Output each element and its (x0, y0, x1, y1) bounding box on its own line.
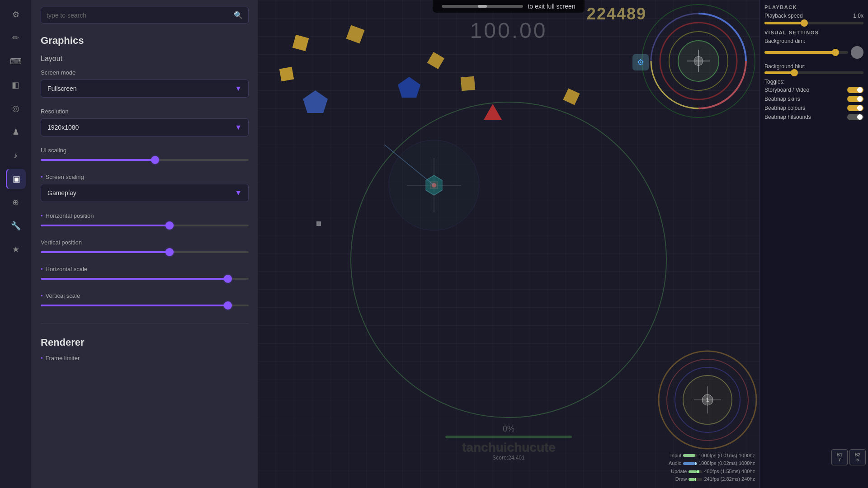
fps-input-fill (683, 454, 695, 457)
screen-scaling-group: Screen scaling Gameplay ▼ (41, 174, 249, 204)
fps-audio-bar2 (695, 462, 697, 465)
sidebar-item-monitor[interactable]: ▣ (6, 169, 26, 189)
horizontal-position-fill (41, 225, 170, 226)
bg-dim-preview (851, 46, 863, 59)
fps-audio-bar (683, 462, 697, 465)
sidebar-item-brush[interactable]: ✏ (6, 28, 26, 48)
fps-row-input: Input 1000fps (0.01ms) 1000hz (669, 452, 755, 460)
sidebar-item-gear[interactable]: ⚙ (6, 5, 26, 24)
screen-mode-dropdown[interactable]: Fullscreen ▼ (41, 80, 249, 98)
settings-panel: 🔍 Graphics Layout Screen mode Fullscreen… (32, 0, 258, 488)
ui-scaling-thumb[interactable] (151, 156, 159, 164)
vertical-scale-slider[interactable] (41, 305, 249, 306)
toggle-beatmap-colours-switch[interactable] (847, 105, 863, 111)
fps-info: Input 1000fps (0.01ms) 1000hz Audio 1000… (669, 452, 755, 483)
frame-limiter-label: Frame limiter (41, 355, 249, 361)
resolution-group: Resolution 868x488 ▼ (41, 108, 249, 139)
toggle-beatmap-hitsounds: Beatmap hitsounds (764, 114, 863, 120)
frame-limiter-group: Frame limiter (41, 355, 249, 365)
b2-button[interactable]: B2 5 (849, 449, 866, 465)
fps-audio-label: Audio (669, 460, 681, 468)
screen-mode-group: Screen mode Fullscreen ▼ (41, 69, 249, 100)
sidebar-item-volume[interactable]: ♪ (6, 145, 26, 165)
toggles-label: Toggles: (764, 79, 863, 85)
layout-subsection-title: Layout (41, 55, 249, 63)
exit-banner: to exit full screen (258, 0, 760, 13)
playback-speed-thumb[interactable] (801, 19, 808, 27)
b2-label: B2 (855, 452, 861, 457)
vertical-position-thumb[interactable] (165, 248, 174, 256)
fps-update-bar3 (698, 470, 699, 473)
bg-dim-slider[interactable] (764, 51, 848, 54)
player-info: 0% tanchuichucute Score:24,401 (445, 424, 572, 461)
search-icon[interactable]: 🔍 (234, 11, 243, 19)
bg-dim-thumb[interactable] (832, 49, 839, 56)
sidebar-item-wrench[interactable]: 🔧 (6, 216, 26, 236)
score-display: 100.00 (470, 18, 547, 43)
horizontal-scale-thumb[interactable] (224, 275, 232, 283)
toggle-beatmap-hitsounds-switch[interactable] (847, 114, 863, 120)
b-buttons: B1 7 B2 5 (831, 449, 866, 465)
ui-scaling-slider[interactable] (41, 159, 249, 161)
fps-row-audio: Audio 1000fps (0.02ms) 1000hz (669, 460, 755, 468)
horizontal-scale-slider[interactable] (41, 278, 249, 280)
bg-blur-slider[interactable] (764, 71, 863, 74)
slider-hint (442, 5, 523, 8)
hit-circle-small (316, 221, 321, 226)
toggle-beatmap-skins-switch[interactable] (847, 96, 863, 102)
sidebar-item-target[interactable]: ◎ (6, 99, 26, 118)
vertical-position-slider[interactable] (41, 251, 249, 253)
horizontal-position-label: Horizontal position (41, 212, 249, 219)
fps-audio-fill (683, 462, 695, 465)
toggle-beatmap-colours-label: Beatmap colours (764, 105, 805, 111)
horizontal-scale-label: Horizontal scale (41, 266, 249, 272)
bg-blur-label: Background blur: (764, 63, 863, 70)
fps-draw-fill (689, 478, 695, 481)
resolution-arrow-icon: ▼ (235, 123, 242, 131)
fps-draw-bar (689, 478, 702, 481)
screen-mode-value: Fullscreen (47, 85, 77, 92)
sidebar-item-person[interactable]: ♟ (6, 122, 26, 142)
toggle-beatmap-colours: Beatmap colours (764, 105, 863, 111)
fps-draw-bar2 (695, 478, 696, 481)
screen-mode-label: Screen mode (41, 69, 249, 76)
right-panel: PLAYBACK Playback speed 1.0x VISUAL SETT… (760, 0, 868, 488)
fps-update-bar (689, 470, 702, 473)
slider-hint-thumb (478, 5, 487, 8)
toggle-storyboard-label: Storyboard / Video (764, 87, 809, 93)
toggle-beatmap-skins: Beatmap skins (764, 96, 863, 102)
b1-button[interactable]: B1 7 (831, 449, 848, 465)
sidebar-item-trophy[interactable]: ★ (6, 239, 26, 259)
b1-label: B1 (837, 452, 843, 457)
fps-row-update: Update 480fps (1.55ms) 480hz (669, 468, 755, 476)
exit-hint-text: to exit full screen (528, 3, 575, 10)
ui-scaling-label: UI scaling (41, 147, 249, 154)
horizontal-position-slider[interactable] (41, 225, 249, 226)
sidebar-item-keyboard[interactable]: ⌨ (6, 52, 26, 71)
vertical-position-group: Vertical position (41, 239, 249, 258)
resolution-label: Resolution (41, 108, 249, 115)
resolution-dropdown[interactable]: 868x488 ▼ (41, 118, 249, 136)
search-bar[interactable]: 🔍 (41, 7, 249, 23)
horizontal-scale-group: Horizontal scale (41, 266, 249, 284)
toggle-storyboard: Storyboard / Video (764, 87, 863, 93)
gear-button[interactable]: ⚙ (632, 54, 649, 70)
screen-scaling-dropdown[interactable]: Gameplay ▼ (41, 184, 249, 202)
vertical-scale-group: Vertical scale (41, 292, 249, 311)
exit-banner-inner: to exit full screen (433, 0, 584, 13)
screen-scaling-arrow-icon: ▼ (235, 189, 242, 197)
vertical-scale-thumb[interactable] (224, 301, 232, 310)
horizontal-position-thumb[interactable] (165, 221, 174, 230)
hit-object (279, 67, 294, 81)
fps-draw-val: 241fps (2.82ms) 240hz (704, 475, 755, 483)
ui-scaling-fill (41, 159, 155, 161)
search-input[interactable] (47, 12, 230, 19)
playback-speed-slider[interactable] (764, 22, 863, 24)
bg-blur-thumb[interactable] (791, 69, 798, 76)
toggle-storyboard-switch[interactable] (847, 87, 863, 93)
bg-dim-label: Background dim: (764, 38, 863, 44)
sidebar: ⚙ ✏ ⌨ ◧ ◎ ♟ ♪ ▣ ⊕ 🔧 ★ (0, 0, 32, 488)
vertical-position-fill (41, 251, 170, 253)
sidebar-item-layers[interactable]: ◧ (6, 75, 26, 95)
sidebar-item-globe[interactable]: ⊕ (6, 192, 26, 212)
